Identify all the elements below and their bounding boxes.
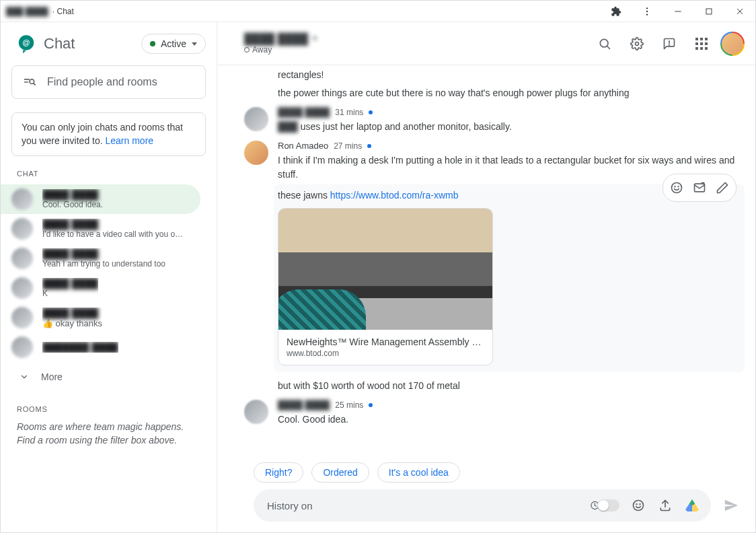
message-link[interactable]: https://www.btod.com/ra-xwmb <box>330 190 459 201</box>
contact-name: ████ ████ <box>42 308 102 318</box>
drive-button[interactable] <box>680 493 704 518</box>
status-label: Active <box>161 38 186 49</box>
link-preview-card[interactable]: NewHeights™ Wire Management Assembly Pac… <box>278 208 493 365</box>
chat-list-item[interactable]: ████ ████ 👍 okay thanks <box>1 303 217 332</box>
chat-list-item[interactable]: ████ ████ I'd like to have a video call … <box>1 214 217 244</box>
svg-point-15 <box>636 42 639 45</box>
message-text: Cool. Good idea. <box>278 413 745 427</box>
more-chats-button[interactable]: More <box>1 362 217 392</box>
composer-area: History on <box>217 489 755 532</box>
presence-dot-icon <box>367 144 371 148</box>
contact-name: ███████ ████ <box>42 342 118 353</box>
app-title: Chat <box>44 35 75 52</box>
svg-point-19 <box>675 186 675 187</box>
svg-text:@: @ <box>23 38 30 46</box>
smart-reply-chip[interactable]: Ordered <box>311 462 369 483</box>
contact-name: ████ ████ <box>42 248 165 259</box>
search-placeholder: Find people and rooms <box>47 76 157 88</box>
close-button[interactable] <box>724 1 755 22</box>
chat-section-label: CHAT <box>1 167 217 180</box>
history-toggle[interactable] <box>597 499 619 511</box>
smart-replies: Right? Ordered It's a cool idea <box>217 457 755 489</box>
forward-button[interactable] <box>689 177 710 199</box>
smart-reply-chip[interactable]: Right? <box>254 462 303 483</box>
svg-point-20 <box>678 186 679 187</box>
message: Ron Amadeo 27 mins I think if I'm making… <box>244 141 745 393</box>
conversation-title[interactable]: ████ ████ <box>244 33 317 45</box>
maximize-button[interactable] <box>693 1 724 22</box>
sender-name: ████ ████ <box>278 107 330 117</box>
avatar <box>11 277 33 299</box>
search-button[interactable] <box>591 30 618 57</box>
message-text: rectangles! <box>278 68 745 82</box>
svg-line-14 <box>607 46 610 48</box>
chat-preview: 👍 okay thanks <box>42 318 102 328</box>
message-input[interactable]: History on <box>254 489 711 522</box>
sender-name: ████ ████ <box>278 400 330 410</box>
search-input[interactable]: Find people and rooms <box>11 65 206 99</box>
history-label: History on <box>267 500 590 511</box>
message-actions <box>663 174 736 202</box>
upload-button[interactable] <box>653 493 677 518</box>
chat-preview: I'd like to have a video call with you o… <box>42 229 184 239</box>
svg-point-25 <box>640 504 640 505</box>
drive-icon <box>685 499 699 511</box>
avatar <box>11 218 33 240</box>
chat-logo-icon: @ <box>15 33 37 55</box>
chat-list-item[interactable]: ███████ ████ <box>1 332 217 362</box>
message-list[interactable]: rectangles! the power things are cute bu… <box>217 65 755 457</box>
chat-preview: K <box>42 289 98 298</box>
sender-name: Ron Amadeo <box>278 141 328 151</box>
svg-line-12 <box>34 83 36 85</box>
minimize-button[interactable] <box>663 1 693 22</box>
redacted-name: ███ <box>278 121 298 132</box>
status-selector[interactable]: Active <box>141 34 206 54</box>
chat-list-item[interactable]: ████ ████ K <box>1 273 217 303</box>
chat-list-item[interactable]: ████ ████ Yeah I am trying to understand… <box>1 244 217 273</box>
link-preview-image <box>278 209 492 330</box>
window-titlebar: ███ ████ · Chat <box>1 1 755 22</box>
learn-more-link[interactable]: Learn more <box>106 135 154 146</box>
avatar <box>244 400 268 424</box>
edit-button[interactable] <box>712 177 733 199</box>
link-preview-title: NewHeights™ Wire Management Assembly Pac… <box>287 336 484 347</box>
settings-button[interactable] <box>623 30 650 57</box>
message-text: uses just her laptop and another monitor… <box>298 121 512 132</box>
svg-point-1 <box>646 10 648 11</box>
contact-name: ████ ████ <box>42 189 103 200</box>
svg-point-24 <box>636 504 637 505</box>
chat-preview: Yeah I am trying to understand too <box>42 259 165 269</box>
chat-preview: Cool. Good idea. <box>42 200 103 209</box>
react-button[interactable] <box>666 177 687 199</box>
apps-button[interactable] <box>688 30 715 57</box>
timestamp: 27 mins <box>334 141 362 151</box>
chat-list-item[interactable]: ████ ████ Cool. Good idea. <box>1 184 200 214</box>
chevron-down-icon <box>20 372 29 382</box>
status-dot-icon <box>150 41 155 46</box>
svg-point-2 <box>646 13 648 15</box>
emoji-button[interactable] <box>626 493 650 518</box>
info-banner: You can only join chats and rooms that y… <box>11 112 206 156</box>
apps-grid-icon <box>695 38 708 50</box>
contact-name: ████ ████ <box>42 219 184 229</box>
send-button[interactable] <box>718 492 745 519</box>
timestamp: 25 mins <box>335 400 363 410</box>
svg-point-23 <box>634 501 644 511</box>
svg-point-0 <box>646 7 648 9</box>
presence-dot-icon <box>369 403 373 407</box>
extensions-icon[interactable] <box>601 1 632 22</box>
avatar <box>11 307 33 328</box>
message: ████ ████ 31 mins ███ uses just her lapt… <box>244 107 745 134</box>
message-text: but with $10 worth of wood not 170 of me… <box>278 379 745 393</box>
menu-dots-icon[interactable] <box>632 1 663 22</box>
smart-reply-chip[interactable]: It's a cool idea <box>377 462 460 483</box>
avatar <box>11 336 33 358</box>
account-avatar[interactable] <box>720 32 745 56</box>
presence-status: Away <box>244 45 317 55</box>
chat-list: ████ ████ Cool. Good idea. ████ ████ I'd… <box>1 184 217 362</box>
chevron-down-icon <box>312 37 317 40</box>
svg-point-17 <box>669 44 670 45</box>
window-title-contact: ███ ████ <box>6 7 48 16</box>
link-preview-domain: www.btod.com <box>287 349 484 358</box>
feedback-button[interactable] <box>656 30 683 57</box>
